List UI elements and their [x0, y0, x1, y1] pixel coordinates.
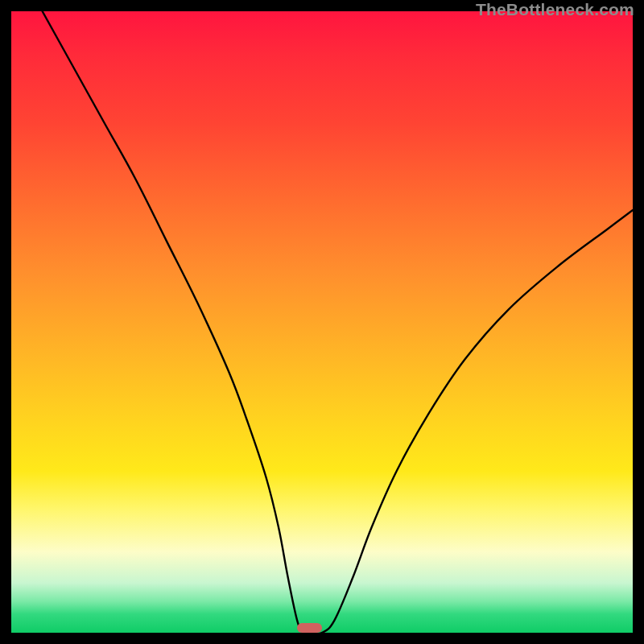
optimal-marker: [297, 623, 322, 633]
watermark-text: TheBottleneck.com: [476, 0, 634, 19]
chart-stage: TheBottleneck.com: [0, 0, 644, 644]
bottleneck-curve: [43, 11, 633, 633]
plot-area: [11, 11, 633, 633]
curve-layer: [11, 11, 633, 633]
